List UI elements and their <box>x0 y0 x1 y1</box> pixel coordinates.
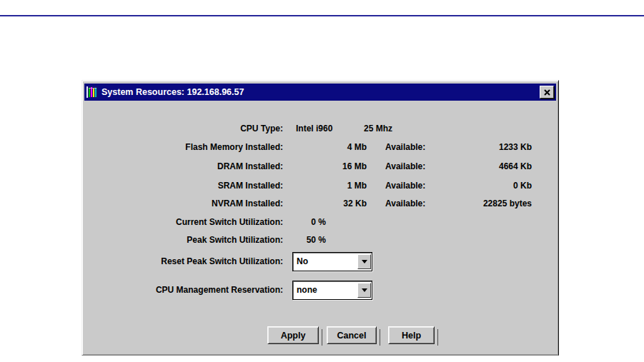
peak-utilization-row: Peak Switch Utilization: 50 % <box>82 234 326 246</box>
dram-installed-label: DRAM Installed: <box>82 161 283 171</box>
dram-available-label: Available: <box>385 161 450 171</box>
cpu-management-reservation-select[interactable]: none <box>292 281 372 300</box>
sram-installed-value: 1 Mb <box>283 181 367 191</box>
nvram-available-label: Available: <box>385 198 450 208</box>
sram-available-value: 0 Kb <box>450 181 532 191</box>
peak-utilization-value: 50 % <box>283 235 326 245</box>
action-button-row: Apply Cancel Help <box>267 326 435 344</box>
dram-available-value: 4664 Kb <box>450 161 532 171</box>
sram-available-label: Available: <box>385 181 450 191</box>
cpu-type-value: Intel i960 <box>296 124 350 134</box>
nvram-available-value: 22825 bytes <box>450 198 532 208</box>
top-divider <box>0 15 644 16</box>
cpu-speed-value: 25 Mhz <box>364 124 392 134</box>
dram-memory-row: DRAM Installed: 16 Mb Available: 4664 Kb <box>82 161 532 172</box>
dram-installed-value: 16 Mb <box>283 161 367 171</box>
reset-peak-utilization-select[interactable]: No <box>292 252 372 271</box>
flash-available-value: 1233 Kb <box>450 142 532 152</box>
cpu-type-row: CPU Type: Intel i960 25 Mhz <box>82 123 392 134</box>
cpu-management-reservation-dropdown-button[interactable] <box>357 283 371 298</box>
window-title: System Resources: 192.168.96.57 <box>101 87 244 97</box>
current-utilization-value: 0 % <box>283 217 326 227</box>
nvram-installed-value: 32 Kb <box>283 198 367 208</box>
reset-peak-utilization-label: Reset Peak Switch Utilization: <box>82 256 283 266</box>
app-icon <box>86 86 98 98</box>
flash-installed-value: 4 Mb <box>283 142 367 152</box>
nvram-installed-label: NVRAM Installed: <box>82 198 283 208</box>
system-resources-window: System Resources: 192.168.96.57 CPU Type… <box>81 80 559 356</box>
flash-available-label: Available: <box>385 142 450 152</box>
close-button[interactable] <box>540 86 554 99</box>
apply-button[interactable]: Apply <box>267 326 319 344</box>
reset-peak-utilization-row: Reset Peak Switch Utilization: No <box>82 251 372 271</box>
peak-utilization-label: Peak Switch Utilization: <box>82 235 283 245</box>
title-bar[interactable]: System Resources: 192.168.96.57 <box>84 84 556 101</box>
current-utilization-label: Current Switch Utilization: <box>82 217 283 227</box>
cpu-management-reservation-row: CPU Management Reservation: none <box>82 280 372 300</box>
flash-installed-label: Flash Memory Installed: <box>82 142 283 152</box>
sram-memory-row: SRAM Installed: 1 Mb Available: 0 Kb <box>82 180 532 191</box>
cpu-type-label: CPU Type: <box>82 124 283 134</box>
flash-memory-row: Flash Memory Installed: 4 Mb Available: … <box>82 141 532 153</box>
chevron-down-icon <box>362 288 367 292</box>
chevron-down-icon <box>362 260 367 263</box>
cancel-button[interactable]: Cancel <box>327 326 377 344</box>
sram-installed-label: SRAM Installed: <box>82 181 283 191</box>
reset-peak-utilization-dropdown-button[interactable] <box>357 254 371 269</box>
reset-peak-utilization-selected-value: No <box>297 256 357 266</box>
cpu-management-reservation-label: CPU Management Reservation: <box>82 285 283 295</box>
help-button[interactable]: Help <box>388 326 435 344</box>
current-utilization-row: Current Switch Utilization: 0 % <box>82 216 326 228</box>
cpu-management-reservation-selected-value: none <box>297 285 357 295</box>
close-icon <box>544 89 550 96</box>
nvram-memory-row: NVRAM Installed: 32 Kb Available: 22825 … <box>82 198 532 209</box>
